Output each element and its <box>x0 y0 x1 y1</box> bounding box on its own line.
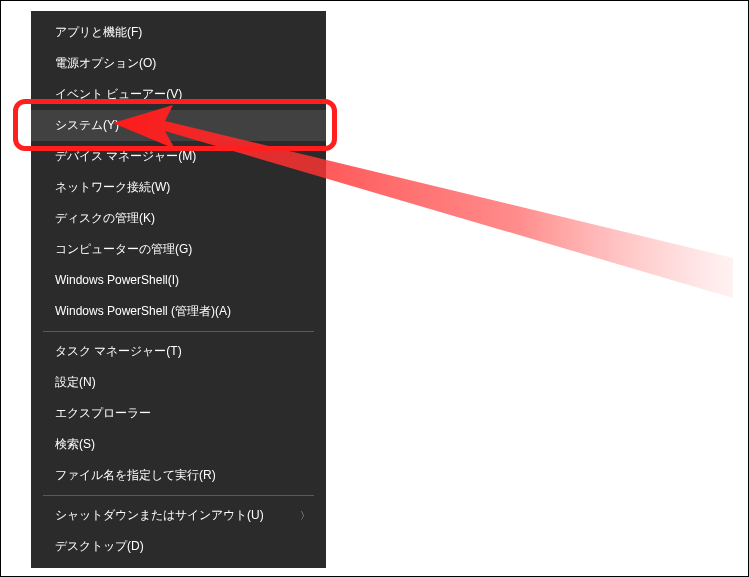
menu-label: シャットダウンまたはサインアウト(U) <box>55 500 264 531</box>
menu-item-search[interactable]: 検索(S) <box>31 429 326 460</box>
menu-label: システム(Y) <box>55 110 119 141</box>
menu-label: ファイル名を指定して実行(R) <box>55 460 216 491</box>
menu-item-power-options[interactable]: 電源オプション(O) <box>31 48 326 79</box>
menu-label: アプリと機能(F) <box>55 17 142 48</box>
winx-context-menu: アプリと機能(F) 電源オプション(O) イベント ビューアー(V) システム(… <box>31 11 326 568</box>
menu-label: タスク マネージャー(T) <box>55 336 182 367</box>
menu-label: コンピューターの管理(G) <box>55 234 192 265</box>
menu-item-system[interactable]: システム(Y) <box>31 110 326 141</box>
menu-item-explorer[interactable]: エクスプローラー <box>31 398 326 429</box>
menu-label: デスクトップ(D) <box>55 531 144 562</box>
menu-label: 設定(N) <box>55 367 96 398</box>
menu-label: ディスクの管理(K) <box>55 203 155 234</box>
menu-item-powershell[interactable]: Windows PowerShell(I) <box>31 265 326 296</box>
menu-item-task-manager[interactable]: タスク マネージャー(T) <box>31 336 326 367</box>
menu-label: Windows PowerShell (管理者)(A) <box>55 296 231 327</box>
menu-item-device-manager[interactable]: デバイス マネージャー(M) <box>31 141 326 172</box>
menu-item-powershell-admin[interactable]: Windows PowerShell (管理者)(A) <box>31 296 326 327</box>
menu-separator <box>43 331 314 332</box>
menu-label: 電源オプション(O) <box>55 48 156 79</box>
menu-item-settings[interactable]: 設定(N) <box>31 367 326 398</box>
menu-item-run[interactable]: ファイル名を指定して実行(R) <box>31 460 326 491</box>
menu-label: デバイス マネージャー(M) <box>55 141 196 172</box>
menu-item-network-connections[interactable]: ネットワーク接続(W) <box>31 172 326 203</box>
menu-label: イベント ビューアー(V) <box>55 79 182 110</box>
menu-label: ネットワーク接続(W) <box>55 172 170 203</box>
menu-item-disk-management[interactable]: ディスクの管理(K) <box>31 203 326 234</box>
menu-item-apps-features[interactable]: アプリと機能(F) <box>31 17 326 48</box>
menu-label: エクスプローラー <box>55 398 151 429</box>
menu-item-desktop[interactable]: デスクトップ(D) <box>31 531 326 562</box>
menu-item-shutdown-signout[interactable]: シャットダウンまたはサインアウト(U) 〉 <box>31 500 326 531</box>
chevron-right-icon: 〉 <box>300 500 310 531</box>
menu-item-computer-management[interactable]: コンピューターの管理(G) <box>31 234 326 265</box>
menu-label: Windows PowerShell(I) <box>55 265 179 296</box>
menu-label: 検索(S) <box>55 429 95 460</box>
menu-item-event-viewer[interactable]: イベント ビューアー(V) <box>31 79 326 110</box>
menu-separator <box>43 495 314 496</box>
